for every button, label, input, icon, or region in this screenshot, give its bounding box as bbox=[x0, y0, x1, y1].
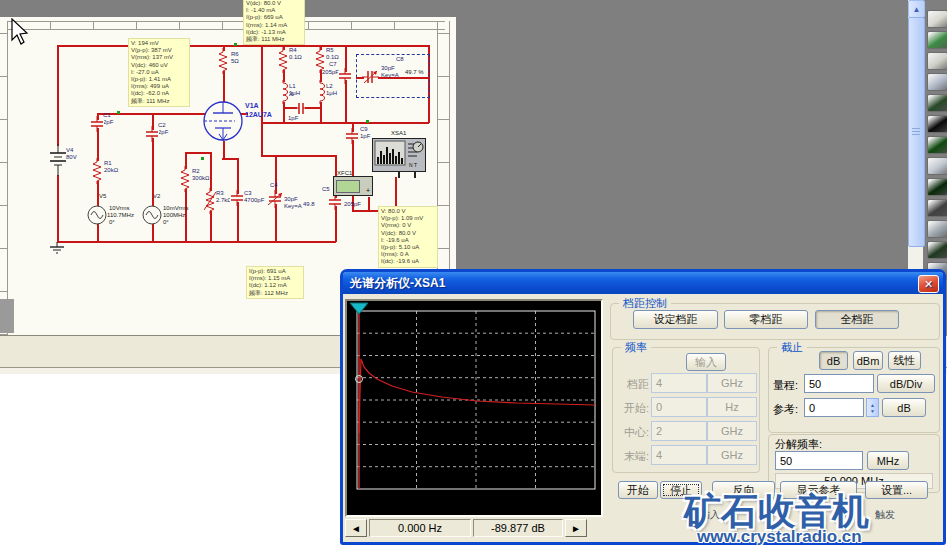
db-button[interactable]: dB bbox=[819, 351, 848, 370]
capacitor-c1[interactable] bbox=[90, 116, 104, 136]
center-unit: GHz bbox=[707, 421, 757, 441]
end-value-field[interactable]: 4 bbox=[651, 445, 707, 465]
ac-source-v5[interactable] bbox=[86, 204, 108, 230]
wire bbox=[185, 152, 211, 154]
component-ref: C5 bbox=[322, 186, 330, 192]
capacitor-c7[interactable] bbox=[338, 68, 352, 88]
full-span-button[interactable]: 全档距 bbox=[815, 310, 899, 329]
zero-span-button[interactable]: 零档距 bbox=[724, 310, 808, 329]
capacitor-c9[interactable] bbox=[345, 128, 359, 148]
dbm-button[interactable]: dBm bbox=[853, 351, 883, 370]
range-field[interactable]: 50 bbox=[804, 374, 874, 393]
sheet-border-left bbox=[7, 21, 8, 335]
ground-symbol[interactable] bbox=[49, 241, 66, 259]
component-ref: R1 bbox=[104, 160, 112, 166]
resistor-r4[interactable] bbox=[277, 47, 289, 77]
trigger-terminal-label: 触发 bbox=[875, 508, 895, 522]
resistor-r5[interactable] bbox=[314, 47, 326, 77]
instrument-toolbar-icon[interactable] bbox=[927, 10, 947, 28]
dialog-title: 光谱分析仪-XSA1 bbox=[350, 275, 445, 292]
resistor-r6[interactable] bbox=[217, 48, 229, 78]
ac-source-v2[interactable] bbox=[141, 204, 163, 230]
spectrum-analyzer-icon[interactable]: N T bbox=[372, 138, 426, 172]
component-ref: C7 bbox=[329, 61, 337, 67]
resolution-unit-button[interactable]: MHz bbox=[867, 451, 909, 470]
component-value: 5Ω bbox=[231, 58, 239, 64]
spectrum-display bbox=[345, 299, 603, 517]
inductor-l2[interactable] bbox=[314, 80, 326, 108]
probe-note-bottom: I(p-p): 691 uAI(rms): 1.15 mA I(dc): 1.1… bbox=[246, 266, 304, 299]
component-value: 20kΩ bbox=[104, 167, 118, 173]
vacuum-tube-v1a[interactable] bbox=[200, 98, 248, 150]
component-ref: R5 bbox=[326, 47, 334, 53]
variable-capacitor-c4[interactable] bbox=[267, 190, 283, 212]
range-label: 量程: bbox=[773, 378, 798, 393]
sheet-zone-block bbox=[0, 299, 14, 333]
watermark-url: www.crystalradio.cn bbox=[697, 527, 862, 547]
settings-button[interactable]: 设置... bbox=[865, 481, 928, 499]
battery-v4[interactable] bbox=[49, 144, 67, 180]
instrument-toolbar-icon[interactable] bbox=[927, 73, 947, 91]
component-value: 4700pF bbox=[244, 197, 264, 203]
marker-right-button[interactable]: ► bbox=[565, 519, 587, 537]
span-value-field[interactable]: 4 bbox=[651, 373, 707, 393]
set-span-button[interactable]: 设定档距 bbox=[633, 310, 718, 329]
component-ref: L1 bbox=[289, 83, 296, 89]
capacitor-c5[interactable] bbox=[328, 194, 342, 214]
linear-button[interactable]: 线性 bbox=[888, 351, 921, 370]
range-unit-button[interactable]: dB/Div bbox=[877, 374, 935, 393]
component-ref: L2 bbox=[326, 83, 333, 89]
reference-field[interactable]: 0 bbox=[804, 398, 864, 417]
probe-note-right: V: 80.0 VV(p-p): 1.09 mV V(rms): 0 VV(dc… bbox=[378, 206, 438, 268]
resistor-r1[interactable] bbox=[91, 158, 103, 188]
reference-unit-button[interactable]: dB bbox=[882, 398, 926, 417]
instrument-toolbar-icon[interactable] bbox=[927, 52, 947, 70]
spinner-down-icon[interactable]: ▼ bbox=[870, 408, 875, 414]
scrollbar-thumb[interactable] bbox=[908, 17, 925, 247]
input-set-button[interactable]: 输入 bbox=[686, 353, 726, 371]
instrument-toolbar-icon[interactable] bbox=[927, 157, 947, 175]
resolution-field[interactable]: 50 bbox=[775, 451, 863, 470]
scroll-up-button[interactable]: ▲ bbox=[908, 0, 925, 18]
span-control-group: 档距控制 设定档距 零档距 全档距 bbox=[610, 303, 940, 340]
resistor-r2[interactable] bbox=[179, 166, 191, 196]
start-unit: Hz bbox=[707, 397, 757, 417]
marker-left-button[interactable]: ◄ bbox=[345, 519, 367, 537]
resistor-r3[interactable] bbox=[204, 188, 216, 218]
instrument-toolbar-icon[interactable] bbox=[927, 241, 947, 259]
frequency-group: 频率 输入 档距 4 GHz 开始: 0 Hz 中心: 2 GHz 末端: 4 … bbox=[612, 347, 760, 473]
capacitor-c3[interactable] bbox=[230, 190, 244, 210]
capacitor-c2[interactable] bbox=[145, 126, 159, 146]
end-unit: GHz bbox=[707, 445, 757, 465]
close-icon[interactable]: ✕ bbox=[918, 275, 939, 293]
instrument-toolbar-icon[interactable] bbox=[927, 31, 947, 49]
inductor-l1[interactable] bbox=[277, 80, 289, 108]
component-ref: V2 bbox=[153, 193, 160, 199]
instruments-toolbar bbox=[927, 10, 947, 283]
amplitude-group-label: 截止 bbox=[777, 340, 807, 355]
svg-text:N T: N T bbox=[409, 162, 417, 168]
junction-dot bbox=[117, 111, 120, 114]
start-value-field[interactable]: 0 bbox=[651, 397, 707, 417]
component-ref: C9 bbox=[360, 126, 368, 132]
start-button[interactable]: 开始 bbox=[618, 481, 658, 499]
component-ref: C1 bbox=[103, 112, 111, 118]
variable-capacitor-c8[interactable] bbox=[362, 69, 379, 89]
component-value: 2pF bbox=[103, 119, 113, 125]
spectrum-plot bbox=[347, 301, 601, 515]
instrument-toolbar-icon[interactable] bbox=[927, 199, 947, 217]
wire bbox=[57, 175, 59, 242]
center-value-field[interactable]: 2 bbox=[651, 421, 707, 441]
instrument-toolbar-icon[interactable] bbox=[927, 220, 947, 238]
reference-spinner[interactable]: ▲▼ bbox=[866, 398, 879, 417]
instrument-toolbar-icon[interactable] bbox=[927, 136, 947, 154]
capacitor-c6[interactable] bbox=[293, 101, 309, 119]
instrument-toolbar-icon[interactable] bbox=[927, 178, 947, 196]
frequency-counter-icon[interactable]: + bbox=[333, 176, 373, 196]
dialog-titlebar[interactable]: 光谱分析仪-XSA1 ✕ bbox=[343, 272, 943, 294]
instrument-toolbar-icon[interactable] bbox=[927, 94, 947, 112]
marker-level-readout: -89.877 dB bbox=[473, 519, 563, 537]
instrument-toolbar-icon[interactable] bbox=[927, 115, 947, 133]
wire bbox=[368, 197, 370, 211]
vertical-scrollbar[interactable]: ▲ bbox=[908, 0, 923, 270]
